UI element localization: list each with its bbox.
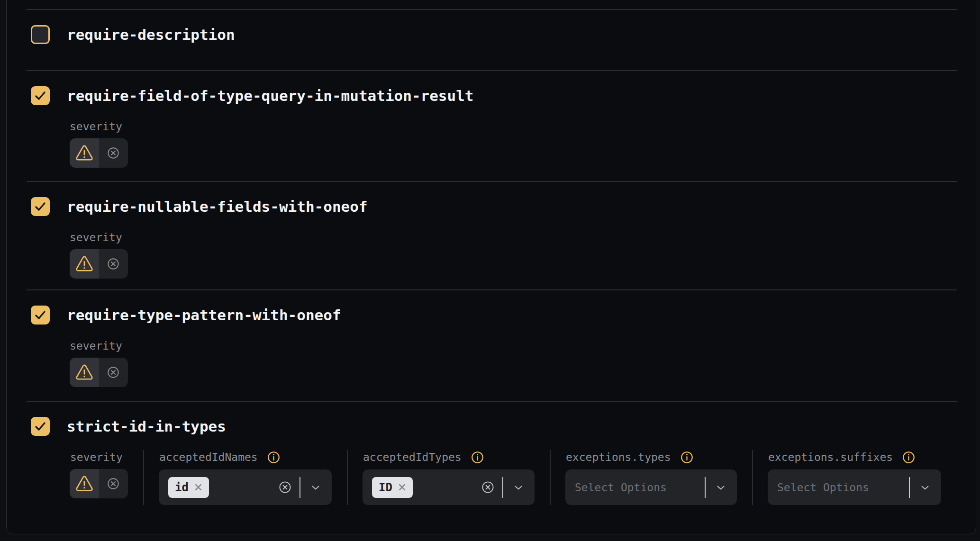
rule-config: severity [70, 339, 957, 387]
warning-triangle-icon [75, 256, 93, 272]
rule-row-require-description: require-description [27, 9, 957, 70]
rules-list: require-description require-field-of-typ… [7, 9, 976, 534]
rule-name: require-description [67, 26, 235, 43]
field-divider [143, 450, 144, 505]
severity-label: severity [70, 120, 122, 133]
severity-warning-button[interactable] [70, 138, 99, 168]
rule-name: require-nullable-fields-with-oneof [67, 198, 368, 215]
severity-toggle [70, 138, 128, 168]
rule-config: severity [70, 119, 957, 168]
rule-checkbox-unchecked[interactable] [31, 25, 50, 44]
chevron-down-icon[interactable] [513, 482, 524, 493]
rule-row-require-nullable-fields-with-oneof: require-nullable-fields-with-oneof sever… [27, 181, 957, 289]
rule-header: require-field-of-type-query-in-mutation-… [31, 86, 957, 105]
warning-triangle-icon [75, 476, 93, 492]
rule-config: severity [70, 230, 957, 279]
chevron-down-icon[interactable] [919, 482, 931, 493]
exceptions-types-multiselect[interactable]: Select Options [565, 469, 737, 505]
field-divider [550, 450, 551, 505]
field-label: exceptions.types [566, 451, 671, 463]
rule-checkbox-checked[interactable] [31, 306, 50, 325]
severity-warning-button[interactable] [70, 249, 99, 279]
warning-triangle-icon [75, 364, 93, 380]
acceptedIdNames-field: acceptedIdNames id [159, 450, 332, 505]
rule-header: require-type-pattern-with-oneof [31, 306, 957, 325]
circle-x-icon [106, 477, 120, 491]
circle-x-icon [106, 146, 120, 160]
severity-label: severity [70, 231, 122, 243]
severity-toggle [70, 469, 128, 498]
select-separator [502, 477, 503, 498]
rule-header: require-nullable-fields-with-oneof [31, 197, 957, 216]
severity-off-button[interactable] [99, 138, 128, 168]
rules-panel: require-description require-field-of-typ… [6, 0, 976, 534]
checkmark-icon [34, 90, 46, 102]
acceptedIdTypes-multiselect[interactable]: ID [363, 469, 535, 505]
severity-label: severity [70, 451, 123, 463]
rule-name: strict-id-in-types [67, 418, 226, 435]
circle-x-icon [106, 257, 120, 271]
checkmark-icon [34, 420, 46, 433]
select-separator [705, 477, 706, 498]
checkmark-icon [34, 309, 46, 321]
field-label: exceptions.suffixes [768, 451, 893, 463]
rule-row-strict-id-in-types: strict-id-in-types severity [27, 401, 957, 534]
acceptedIdTypes-field: acceptedIdTypes ID [363, 450, 535, 505]
severity-label: severity [70, 340, 122, 352]
severity-off-button[interactable] [99, 469, 128, 498]
rule-checkbox-checked[interactable] [31, 197, 50, 216]
rule-row-require-type-pattern-with-oneof: require-type-pattern-with-oneof severity [27, 289, 957, 401]
chip-label: id [175, 481, 189, 494]
chevron-down-icon[interactable] [310, 482, 321, 493]
rule-header: strict-id-in-types [31, 417, 957, 436]
rule-config: severity [70, 450, 957, 505]
acceptedIdNames-multiselect[interactable]: id [159, 469, 332, 505]
rule-name: require-field-of-type-query-in-mutation-… [67, 87, 474, 104]
circle-x-icon [106, 365, 120, 379]
info-icon[interactable] [267, 451, 280, 464]
clear-selection-icon[interactable] [481, 480, 495, 494]
select-placeholder: Select Options [777, 481, 869, 494]
clear-selection-icon[interactable] [278, 480, 292, 494]
exceptions-types-field: exceptions.types Select Options [565, 450, 737, 505]
rule-row-require-field-of-type-query-in-mutation-result: require-field-of-type-query-in-mutation-… [27, 70, 957, 181]
select-placeholder: Select Options [575, 481, 667, 494]
field-label: acceptedIdTypes [363, 451, 462, 463]
severity-warning-button[interactable] [70, 358, 99, 387]
chip-label: ID [379, 481, 392, 494]
select-separator [299, 477, 300, 498]
field-divider [347, 450, 348, 505]
severity-toggle [70, 358, 128, 387]
severity-toggle [70, 249, 128, 279]
info-icon[interactable] [681, 451, 693, 464]
rule-checkbox-checked[interactable] [31, 417, 50, 436]
select-separator [909, 477, 910, 498]
checkmark-icon [34, 200, 46, 213]
chip-remove-icon[interactable] [194, 483, 202, 491]
severity-warning-button[interactable] [70, 469, 99, 498]
field-label: acceptedIdNames [159, 451, 258, 463]
severity-off-button[interactable] [99, 249, 128, 279]
rule-options-row: severity [70, 450, 957, 505]
rule-name: require-type-pattern-with-oneof [67, 307, 341, 324]
warning-triangle-icon [75, 145, 93, 161]
severity-field: severity [70, 450, 128, 505]
field-divider [752, 450, 753, 505]
info-icon[interactable] [902, 451, 915, 464]
severity-off-button[interactable] [99, 358, 128, 387]
info-icon[interactable] [471, 451, 484, 464]
rule-checkbox-checked[interactable] [31, 86, 50, 105]
exceptions-suffixes-field: exceptions.suffixes Select Options [768, 450, 941, 505]
selected-option-chip: id [168, 477, 209, 498]
chip-remove-icon[interactable] [398, 483, 406, 491]
exceptions-suffixes-multiselect[interactable]: Select Options [768, 469, 941, 505]
rule-header: require-description [31, 25, 957, 44]
selected-option-chip: ID [372, 477, 413, 498]
chevron-down-icon[interactable] [715, 482, 726, 493]
